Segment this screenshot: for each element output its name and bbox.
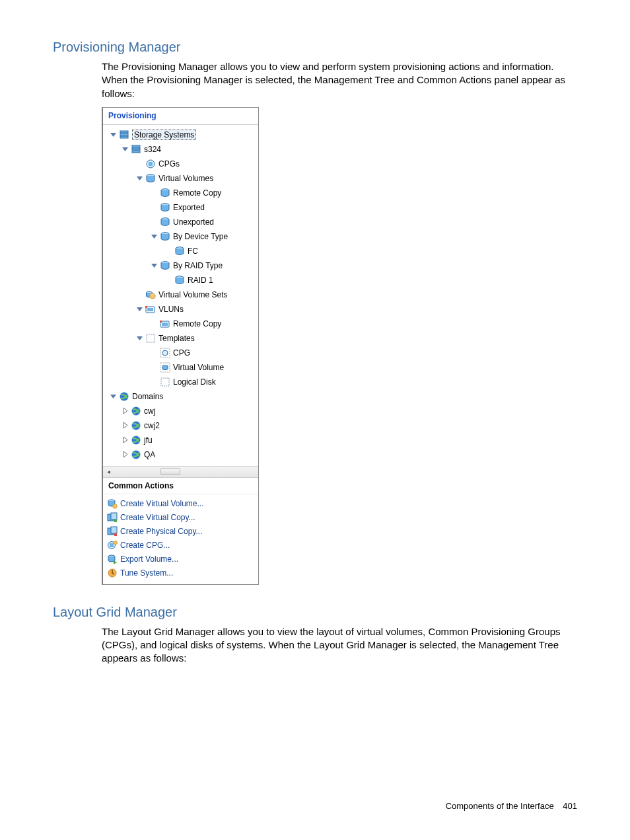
tree-item-label: s324 — [144, 145, 161, 154]
stack-icon — [131, 144, 141, 155]
tree-item[interactable]: cwj2 — [107, 418, 256, 433]
tree-item[interactable]: Virtual Volume — [107, 360, 256, 375]
tree-item[interactable]: Remote Copy — [107, 317, 256, 331]
tree-item-label: Templates — [158, 334, 195, 343]
svg-rect-36 — [161, 378, 169, 386]
tree-item[interactable]: By Device Type — [107, 229, 256, 244]
svg-rect-56 — [110, 543, 114, 547]
tree-item[interactable]: cwj — [107, 404, 256, 418]
cpg-new-icon — [107, 540, 118, 551]
svg-point-33 — [162, 350, 168, 356]
common-actions-header: Common Actions — [103, 477, 258, 494]
vol-icon — [160, 217, 170, 227]
tree-item[interactable]: Logical Disk — [107, 375, 256, 389]
vlun-icon — [160, 319, 170, 329]
tree-item-label: By Device Type — [173, 232, 228, 241]
expander-down-icon[interactable] — [151, 262, 158, 269]
expander-down-icon[interactable] — [110, 393, 117, 400]
tree-item[interactable]: By RAID Type — [107, 258, 256, 273]
tree-item[interactable]: Virtual Volumes — [107, 171, 256, 186]
tree-item[interactable]: Templates — [107, 331, 256, 346]
scroll-left-icon[interactable]: ◂ — [103, 466, 114, 477]
tree-item-label: Unexported — [173, 217, 214, 227]
svg-marker-4 — [122, 147, 128, 151]
svg-marker-15 — [151, 235, 157, 239]
tree-item-label: cwj — [144, 406, 155, 416]
expander-down-icon[interactable] — [136, 174, 143, 182]
tree-item[interactable]: jfu — [107, 433, 256, 447]
tree-item[interactable]: Virtual Volume Sets — [107, 287, 256, 302]
tree-item-label: CPGs — [158, 159, 180, 169]
tree-item[interactable]: CPG — [107, 346, 256, 360]
tree-item-label: Logical Disk — [173, 377, 216, 387]
cpg-t-icon — [160, 348, 170, 358]
expander-down-icon[interactable] — [136, 305, 143, 313]
tree-item[interactable]: Remote Copy — [107, 186, 256, 200]
common-actions-list: Create Virtual Volume...Create Virtual C… — [103, 494, 258, 584]
expander-down-icon[interactable] — [122, 145, 129, 153]
svg-rect-26 — [145, 306, 147, 308]
vol-exp-icon — [107, 554, 118, 564]
vol-icon — [160, 260, 170, 271]
expander-right-icon[interactable] — [122, 422, 129, 429]
svg-rect-9 — [149, 162, 153, 166]
svg-rect-28 — [162, 323, 168, 326]
action-item[interactable]: Tune System... — [106, 566, 256, 580]
svg-rect-2 — [120, 134, 128, 135]
action-item[interactable]: Create Virtual Volume... — [106, 497, 256, 511]
expander-right-icon[interactable] — [122, 436, 129, 443]
tree-item-label: Remote Copy — [173, 319, 221, 328]
svg-rect-51 — [114, 519, 117, 522]
tree-item[interactable]: s324 — [107, 142, 256, 157]
action-item[interactable]: Create Physical Copy... — [106, 525, 256, 539]
action-label: Create Virtual Copy... — [120, 513, 195, 522]
tree-item[interactable]: Storage Systems — [107, 128, 256, 142]
scroll-thumb[interactable] — [160, 468, 180, 475]
action-label: Export Volume... — [120, 554, 178, 564]
tree-item[interactable]: FC — [107, 244, 256, 258]
tree-item[interactable]: QA — [107, 447, 256, 462]
expander-down-icon[interactable] — [110, 131, 117, 138]
tree-item-label: CPG — [173, 348, 190, 358]
svg-point-42 — [132, 421, 141, 430]
svg-rect-5 — [132, 145, 140, 147]
svg-point-44 — [132, 436, 141, 444]
globe-icon — [131, 406, 141, 416]
tree-item-label: jfu — [144, 436, 153, 445]
horizontal-scrollbar[interactable]: ◂ — [103, 466, 258, 477]
svg-marker-39 — [123, 408, 127, 414]
tree-item-label: Virtual Volumes — [158, 174, 213, 183]
footer-text: Components of the Interface — [446, 801, 554, 811]
vol-icon — [160, 231, 170, 242]
tree-item-label: cwj2 — [144, 421, 160, 430]
cpg-icon — [145, 159, 156, 169]
tree-item[interactable]: Domains — [107, 389, 256, 404]
expander-right-icon[interactable] — [122, 407, 129, 414]
globe-icon — [131, 420, 141, 431]
svg-rect-3 — [120, 136, 128, 138]
expander-down-icon[interactable] — [136, 334, 143, 342]
tree-item-label: Exported — [173, 203, 205, 212]
copy-v-icon — [107, 512, 118, 523]
expander-down-icon[interactable] — [151, 233, 158, 240]
action-item[interactable]: Create CPG... — [106, 539, 256, 553]
tree-item-label: Remote Copy — [173, 188, 221, 198]
vlun-icon — [145, 304, 156, 315]
action-item[interactable]: Export Volume... — [106, 553, 256, 566]
svg-marker-23 — [137, 307, 143, 311]
vol-icon — [174, 275, 185, 286]
svg-marker-18 — [151, 264, 157, 268]
paragraph-layout: The Layout Grid Manager allows you to vi… — [102, 625, 577, 666]
expander-right-icon[interactable] — [122, 451, 129, 458]
action-item[interactable]: Create Virtual Copy... — [106, 511, 256, 525]
tree-item[interactable]: Exported — [107, 200, 256, 215]
svg-rect-1 — [120, 131, 128, 133]
tree-item[interactable]: RAID 1 — [107, 273, 256, 287]
tree-item[interactable]: VLUNs — [107, 302, 256, 317]
tree-item-label: FC — [188, 247, 198, 256]
svg-point-40 — [132, 406, 141, 415]
action-label: Create Virtual Volume... — [120, 499, 204, 508]
tree-item[interactable]: CPGs — [107, 157, 256, 171]
tree-item[interactable]: Unexported — [107, 215, 256, 229]
action-label: Tune System... — [120, 568, 173, 578]
